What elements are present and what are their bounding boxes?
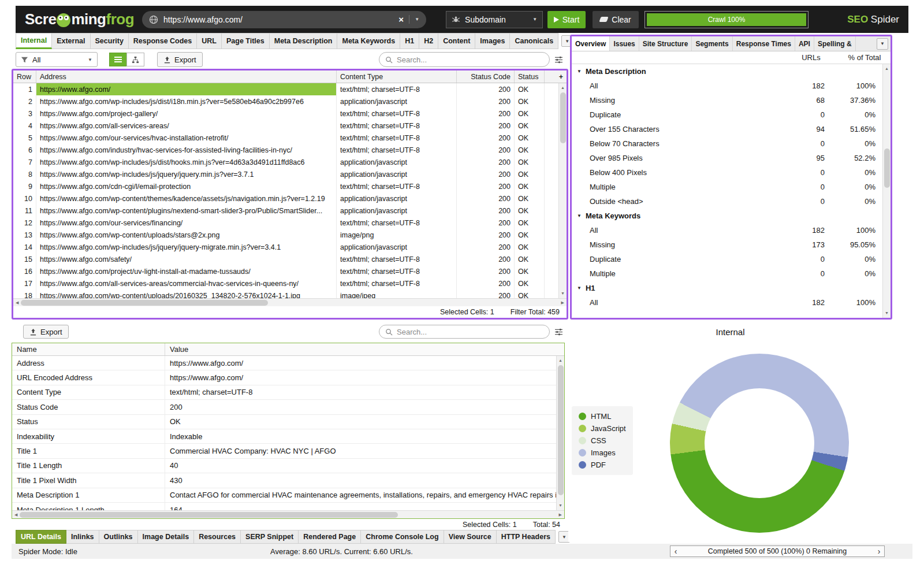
add-column-icon[interactable]: + (545, 70, 567, 83)
cell-address[interactable]: https://www.afgo.com/our-services/hvac-i… (36, 132, 337, 144)
main-tab-meta-keywords[interactable]: Meta Keywords (337, 33, 400, 49)
url-input-box[interactable]: × ▼ (142, 11, 426, 28)
main-tab-images[interactable]: Images (475, 33, 510, 49)
col-header-status-code[interactable]: Status Code (457, 70, 515, 83)
overview-tab-site-structure[interactable]: Site Structure (639, 36, 692, 51)
overview-section-meta-description[interactable]: ▼Meta Description (572, 64, 882, 79)
url-table-row[interactable]: 17https://www.afgo.com/all-services-area… (13, 277, 558, 290)
details-row-title-1-length[interactable]: Title 1 Length40 (12, 459, 556, 473)
overview-section-h1[interactable]: ▼H1 (572, 281, 882, 295)
overview-row-meta-keywords-duplicate[interactable]: Duplicate00% (572, 252, 882, 266)
collapse-icon[interactable]: ▼ (577, 213, 582, 218)
start-button[interactable]: Start (547, 11, 586, 28)
cell-address[interactable]: https://www.afgo.com/wp-content/uploads/… (36, 229, 337, 241)
tree-view-button[interactable] (126, 53, 144, 66)
url-table-row[interactable]: 14https://www.afgo.com/wp-includes/js/jq… (13, 241, 558, 253)
url-table-row[interactable]: 4https://www.afgo.com/all-services-areas… (13, 120, 558, 132)
bottom-tab-image-details[interactable]: Image Details (138, 530, 195, 544)
list-view-button[interactable] (109, 53, 127, 66)
url-table-row[interactable]: 2https://www.afgo.com/wp-includes/js/dis… (13, 95, 558, 107)
overview-tabs-more-button[interactable]: ▼ (877, 38, 888, 50)
overview-row-meta-description-missing[interactable]: Missing6837.36% (572, 93, 882, 107)
main-tab-meta-description[interactable]: Meta Description (270, 33, 338, 49)
collapse-icon[interactable]: ▼ (577, 285, 582, 291)
main-tab-security[interactable]: Security (91, 33, 129, 49)
overview-section-meta-keywords[interactable]: ▼Meta Keywords (572, 209, 882, 223)
details-vscroll[interactable]: ▲ ▼ (556, 356, 564, 510)
main-tab-h1[interactable]: H1 (400, 33, 419, 49)
export-button[interactable]: Export (157, 52, 203, 67)
cell-address[interactable]: https://www.afgo.com/wp-includes/js/jque… (36, 241, 337, 253)
url-table-row[interactable]: 13https://www.afgo.com/wp-content/upload… (13, 229, 558, 241)
url-table-row[interactable]: 6https://www.afgo.com/industry/hvac-serv… (13, 144, 558, 156)
cell-address[interactable]: https://www.afgo.com/wp-content/themes/k… (36, 192, 337, 205)
url-table-row[interactable]: 5https://www.afgo.com/our-services/hvac-… (13, 132, 558, 144)
scroll-down-icon[interactable]: ▼ (557, 502, 564, 509)
details-row-meta-description-1-length[interactable]: Meta Description 1 Length164 (12, 503, 556, 510)
details-row-address[interactable]: Addresshttps://www.afgo.com/ (12, 356, 556, 370)
filter-dropdown[interactable]: All ▼ (16, 52, 98, 67)
overview-vscroll[interactable]: ▲ ▼ (882, 64, 891, 318)
url-table-row[interactable]: 9https://www.afgo.com/cdn-cgi/l/email-pr… (13, 180, 558, 192)
scroll-down-icon[interactable]: ▼ (884, 310, 890, 317)
bottom-tab-serp-snippet[interactable]: SERP Snippet (241, 530, 299, 544)
cell-address[interactable]: https://www.afgo.com/wp-includes/js/dist… (36, 156, 337, 168)
bottom-tab-chrome-console-log[interactable]: Chrome Console Log (361, 530, 444, 544)
overview-row-meta-description-outside-head[interactable]: Outside <head>00% (572, 194, 882, 209)
scroll-left-icon[interactable]: ◀ (13, 511, 18, 518)
url-table-row[interactable]: 12https://www.afgo.com/our-services/fina… (13, 217, 558, 229)
url-table-row[interactable]: 10https://www.afgo.com/wp-content/themes… (13, 192, 558, 205)
crawl-mode-dropdown[interactable]: Subdomain ▼ (446, 11, 543, 28)
overview-tab-response-times[interactable]: Response Times (733, 36, 795, 51)
advanced-filter-icon[interactable] (554, 56, 563, 64)
nav-prev-icon[interactable]: ‹ (670, 546, 681, 556)
scroll-up-icon[interactable]: ▲ (884, 65, 890, 72)
overview-row-meta-description-multiple[interactable]: Multiple00% (572, 180, 882, 194)
search-input[interactable] (397, 55, 543, 64)
url-input[interactable] (163, 15, 393, 24)
details-search-input[interactable] (397, 328, 543, 336)
cell-address[interactable]: https://www.afgo.com/wp-content/uploads/… (36, 290, 337, 298)
overview-row-meta-description-over-155-characters[interactable]: Over 155 Characters9451.65% (572, 122, 882, 136)
bottom-tab-resources[interactable]: Resources (194, 530, 241, 544)
col-header-urls[interactable]: URLs (784, 53, 839, 62)
url-table-row[interactable]: 16https://www.afgo.com/project/uv-light-… (13, 265, 558, 277)
overview-tab-issues[interactable]: Issues (610, 36, 639, 51)
cell-address[interactable]: https://www.afgo.com/project-gallery/ (36, 107, 337, 120)
vscroll-thumb[interactable] (884, 149, 890, 188)
col-header-row[interactable]: Row (13, 70, 36, 83)
overview-tab-spelling[interactable]: Spelling & (814, 36, 856, 51)
main-tab-internal[interactable]: Internal (16, 33, 52, 49)
clear-url-icon[interactable]: × (398, 14, 404, 24)
details-row-content-type[interactable]: Content Typetext/html; charset=UTF-8 (12, 385, 556, 400)
url-table-row[interactable]: 8https://www.afgo.com/wp-includes/js/jqu… (13, 168, 558, 180)
overview-row-meta-description-over-985-pixels[interactable]: Over 985 Pixels9552.2% (572, 151, 882, 165)
overview-row-meta-description-all[interactable]: All182100% (572, 79, 882, 93)
url-table-row[interactable]: 11https://www.afgo.com/wp-content/plugin… (13, 205, 558, 217)
cell-address[interactable]: https://www.afgo.com/all-services-areas/… (36, 277, 337, 290)
hscroll-thumb[interactable] (21, 300, 268, 306)
main-tab-response-codes[interactable]: Response Codes (129, 33, 197, 49)
scroll-up-icon[interactable]: ▲ (560, 84, 566, 91)
scroll-down-icon[interactable]: ▼ (560, 290, 566, 297)
bottom-tab-view-source[interactable]: View Source (444, 530, 497, 544)
bottom-tab-url-details[interactable]: URL Details (16, 530, 66, 544)
details-row-status[interactable]: StatusOK (12, 415, 556, 429)
main-tab-external[interactable]: External (52, 33, 90, 49)
cell-address[interactable]: https://www.afgo.com/cdn-cgi/l/email-pro… (36, 180, 337, 192)
overview-tab-segments[interactable]: Segments (692, 36, 732, 51)
details-row-title-1[interactable]: Title 1Commercial HVAC Company: HVAC NYC… (12, 444, 556, 458)
main-tab-url[interactable]: URL (197, 33, 222, 49)
bottom-tab-http-headers[interactable]: HTTP Headers (497, 530, 556, 544)
overview-row-meta-description-below-400-pixels[interactable]: Below 400 Pixels00% (572, 165, 882, 180)
main-tab-h2[interactable]: H2 (419, 33, 438, 49)
bottom-tab-inlinks[interactable]: Inlinks (66, 530, 99, 544)
collapse-icon[interactable]: ▼ (577, 69, 582, 74)
cell-address[interactable]: https://www.afgo.com/project/uv-light-in… (36, 265, 337, 277)
url-history-caret-icon[interactable]: ▼ (415, 17, 419, 22)
vscroll-thumb[interactable] (560, 92, 566, 143)
overview-row-meta-keywords-missing[interactable]: Missing17395.05% (572, 237, 882, 252)
details-row-indexability[interactable]: IndexabilityIndexable (12, 429, 556, 444)
col-header-pct-of-total[interactable]: % of Total (839, 53, 891, 62)
bottom-tab-outlinks[interactable]: Outlinks (99, 530, 138, 544)
